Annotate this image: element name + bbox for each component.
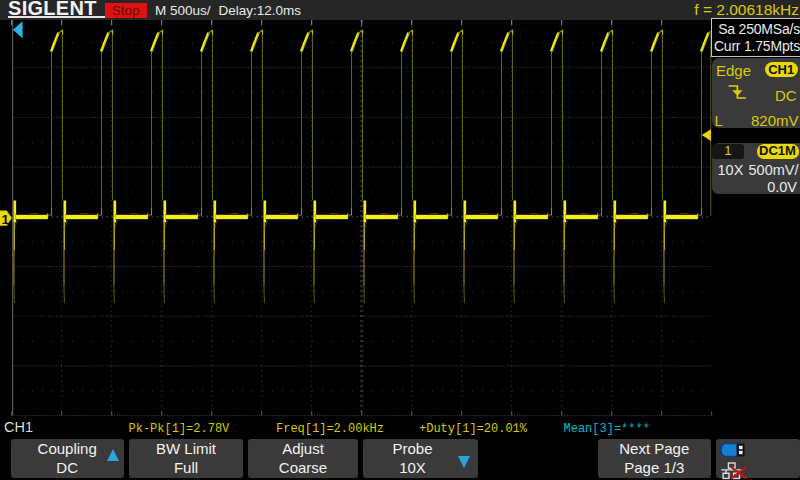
svg-text:1: 1 <box>2 212 10 227</box>
